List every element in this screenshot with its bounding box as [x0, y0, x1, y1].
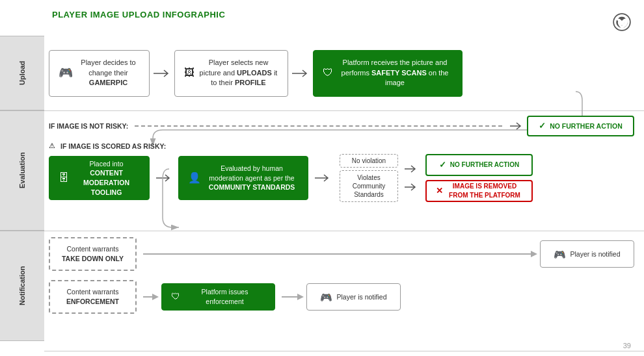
- outcome-column: ✓ NO FURTHER ACTION ✕ IMAGE IS REMOVED F…: [425, 154, 533, 202]
- upload-box-profile: 🖼 Player selects new picture and UPLOADS…: [174, 50, 288, 97]
- if-scored-risky-row: ⚠ IF IMAGE IS SCORED AS RISKY:: [49, 142, 634, 150]
- upload-box-gamerpic: 🎮 Player decides to change their GAMERPI…: [49, 50, 150, 97]
- xbox-logo: [613, 13, 631, 31]
- eval-area: IF IMAGE IS NOT RISKY: ✓ NO FURTHER ACTI…: [49, 110, 634, 202]
- player-notified-label-1: Player is notified: [570, 249, 620, 259]
- page-title: PLAYER IMAGE UPLOAD INFOGRAPHIC: [52, 10, 225, 19]
- no-further-action-box-2: ✓ NO FURTHER ACTION: [425, 154, 533, 176]
- violates-community-box: Violates Community Standards: [340, 170, 398, 202]
- content-moderation-text: Placed into CONTENT MODERATION TOOLING: [73, 159, 140, 197]
- section-notification-label: Notification: [0, 231, 44, 341]
- upload-flow: 🎮 Player decides to change their GAMERPI…: [49, 36, 634, 110]
- arrow-enforcement-2: [282, 296, 300, 298]
- arrow-eval-2: [314, 173, 332, 183]
- section-upload-label: Upload: [0, 36, 44, 110]
- gamepad-icon-1: 🎮: [554, 248, 566, 261]
- takedown-row: Content warrants TAKE DOWN ONLY 🎮 Player…: [49, 237, 634, 271]
- outcome-arrows: [403, 164, 419, 192]
- no-further-action-label-2: NO FURTHER ACTION: [450, 160, 519, 170]
- player-notified-box-2: 🎮 Player is notified: [306, 283, 401, 311]
- takedown-line1: Content warrants: [67, 244, 119, 254]
- no-further-action-box-1: ✓ NO FURTHER ACTION: [527, 116, 634, 136]
- person-icon: 👤: [188, 171, 201, 185]
- shield-icon-enforcement: 🛡: [171, 290, 180, 303]
- upload-box-safety: 🛡 Platform receives the picture and perf…: [313, 50, 463, 97]
- svg-point-0: [613, 14, 630, 31]
- no-further-action-label-1: NO FURTHER ACTION: [550, 121, 623, 131]
- takedown-bold: TAKE DOWN ONLY: [62, 254, 124, 264]
- section-evaluation-label: Evaluation: [0, 110, 44, 231]
- player-notified-label-2: Player is notified: [336, 292, 386, 302]
- uploads-text: Player selects new picture and UPLOADS i…: [198, 58, 278, 88]
- arrow-enforcement-1: [143, 296, 155, 298]
- x-icon: ✕: [436, 185, 443, 197]
- gamepad-icon-2: 🎮: [320, 290, 332, 304]
- enforcement-line1: Content warrants: [67, 287, 119, 297]
- enforcement-bold: ENFORCEMENT: [66, 297, 119, 307]
- arrow-2: [291, 68, 310, 79]
- warning-icon: ⚠: [49, 142, 55, 150]
- violation-cluster: No violation Violates Community Standard…: [340, 154, 398, 202]
- arrow-1: [152, 68, 172, 79]
- platform-enforcement-label: Platform issues enforcement: [184, 287, 265, 306]
- if-scored-risky-label: IF IMAGE IS SCORED AS RISKY:: [60, 142, 166, 150]
- safety-scans-text: Platform receives the picture and perfor…: [337, 58, 453, 88]
- shield-icon: 🛡: [323, 66, 333, 80]
- upload-icon: 🖼: [184, 66, 195, 80]
- check-icon-1: ✓: [539, 120, 546, 132]
- takedown-box: Content warrants TAKE DOWN ONLY: [49, 237, 137, 271]
- enforcement-box-dashed: Content warrants ENFORCEMENT: [49, 280, 137, 314]
- image-removed-text: IMAGE IS REMOVED FROM THE PLATFORM: [447, 182, 522, 200]
- eval-main-row: 🗄 Placed into CONTENT MODERATION TOOLING…: [49, 154, 634, 202]
- community-standards-box: 👤 Evaluated by human moderation agent as…: [178, 156, 308, 200]
- community-standards-text: Evaluated by human moderation agent as p…: [205, 164, 299, 192]
- gamerpic-text: Player decides to change their GAMERPIC: [77, 58, 140, 88]
- image-removed-box: ✕ IMAGE IS REMOVED FROM THE PLATFORM: [425, 180, 533, 202]
- page-number: 39: [623, 342, 631, 350]
- arrow-eval-1: [155, 173, 173, 183]
- check-icon-2: ✓: [439, 159, 446, 171]
- arrow-not-risky: [509, 121, 524, 131]
- if-not-risky-row: IF IMAGE IS NOT RISKY: ✓ NO FURTHER ACTI…: [49, 116, 634, 136]
- no-violation-box: No violation: [340, 154, 398, 168]
- divider-bottom: [44, 351, 644, 351]
- player-notified-box-1: 🎮 Player is notified: [540, 240, 634, 268]
- notification-area: Content warrants TAKE DOWN ONLY 🎮 Player…: [49, 231, 634, 314]
- arrow-takedown: [143, 253, 533, 255]
- dashed-line-1: [135, 125, 502, 127]
- db-icon: 🗄: [59, 171, 69, 185]
- content-moderation-box: 🗄 Placed into CONTENT MODERATION TOOLING: [49, 156, 150, 200]
- platform-enforcement-box: 🛡 Platform issues enforcement: [161, 283, 275, 311]
- enforcement-row: Content warrants ENFORCEMENT 🛡 Platform …: [49, 280, 634, 314]
- if-not-risky-label: IF IMAGE IS NOT RISKY:: [49, 122, 128, 130]
- gamepad-icon: 🎮: [59, 65, 73, 81]
